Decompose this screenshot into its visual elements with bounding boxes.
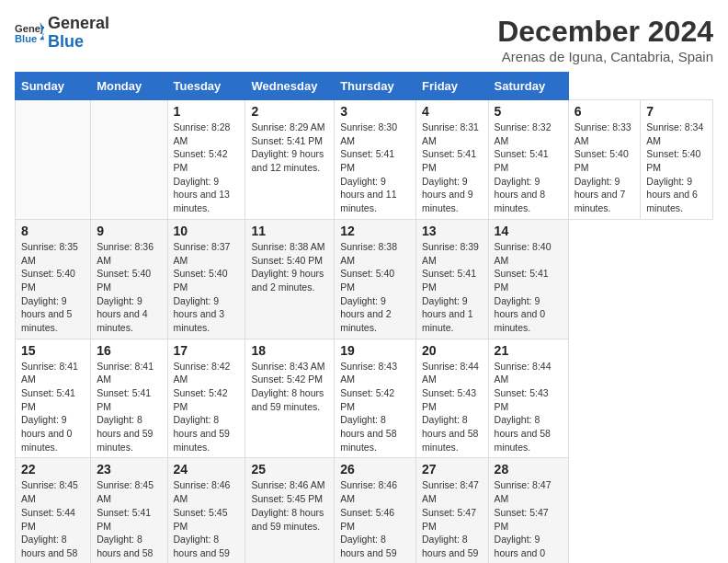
day-number: 21 <box>495 343 563 358</box>
day-number: 25 <box>251 462 328 477</box>
day-info: Sunrise: 8:41 AMSunset: 5:41 PMDaylight:… <box>97 361 154 453</box>
calendar-cell-day-10: 10 Sunrise: 8:37 AMSunset: 5:40 PMDaylig… <box>167 219 245 339</box>
col-tuesday: Tuesday <box>167 73 245 100</box>
day-number: 8 <box>21 224 85 238</box>
col-saturday: Saturday <box>488 73 568 100</box>
title-area: December 2024 Arenas de Iguna, Cantabria… <box>497 15 713 64</box>
calendar-cell-day-8: 8 Sunrise: 8:35 AMSunset: 5:40 PMDayligh… <box>16 219 91 339</box>
day-number: 5 <box>495 104 563 119</box>
calendar-cell-day-17: 17 Sunrise: 8:42 AMSunset: 5:42 PMDaylig… <box>167 339 245 458</box>
day-number: 13 <box>422 224 483 238</box>
col-thursday: Thursday <box>335 73 416 100</box>
location-title: Arenas de Iguna, Cantabria, Spain <box>497 49 713 64</box>
day-number: 23 <box>97 462 161 477</box>
day-info: Sunrise: 8:28 AMSunset: 5:42 PMDaylight:… <box>174 121 231 213</box>
day-number: 18 <box>251 343 328 358</box>
day-info: Sunrise: 8:40 AMSunset: 5:41 PMDaylight:… <box>495 241 552 333</box>
calendar-cell-day-11: 11 Sunrise: 8:38 AMSunset: 5:40 PMDaylig… <box>245 219 335 339</box>
col-monday: Monday <box>91 73 167 100</box>
calendar-cell-day-5: 5 Sunrise: 8:32 AMSunset: 5:41 PMDayligh… <box>488 100 568 220</box>
day-number: 2 <box>251 104 328 119</box>
day-info: Sunrise: 8:42 AMSunset: 5:42 PMDaylight:… <box>174 361 231 453</box>
calendar-cell-day-2: 2 Sunrise: 8:29 AMSunset: 5:41 PMDayligh… <box>245 100 335 220</box>
calendar-cell-day-3: 3 Sunrise: 8:30 AMSunset: 5:41 PMDayligh… <box>335 100 416 220</box>
calendar-cell-day-21: 21 Sunrise: 8:44 AMSunset: 5:43 PMDaylig… <box>488 339 568 458</box>
day-number: 12 <box>340 224 410 238</box>
day-number: 28 <box>495 462 563 477</box>
day-info: Sunrise: 8:30 AMSunset: 5:41 PMDaylight:… <box>340 121 397 213</box>
calendar-cell-day-26: 26 Sunrise: 8:46 AMSunset: 5:46 PMDaylig… <box>335 458 416 563</box>
day-info: Sunrise: 8:32 AMSunset: 5:41 PMDaylight:… <box>495 121 552 213</box>
calendar-row-3: 15 Sunrise: 8:41 AMSunset: 5:41 PMDaylig… <box>16 339 713 458</box>
logo: General Blue General Blue <box>15 15 109 52</box>
day-info: Sunrise: 8:36 AMSunset: 5:40 PMDaylight:… <box>97 241 154 333</box>
calendar-cell-day-12: 12 Sunrise: 8:38 AMSunset: 5:40 PMDaylig… <box>335 219 416 339</box>
day-number: 15 <box>21 343 85 358</box>
day-info: Sunrise: 8:44 AMSunset: 5:43 PMDaylight:… <box>422 361 479 453</box>
day-info: Sunrise: 8:46 AMSunset: 5:46 PMDaylight:… <box>340 479 397 563</box>
day-number: 1 <box>174 104 240 119</box>
day-info: Sunrise: 8:46 AMSunset: 5:45 PMDaylight:… <box>174 479 231 563</box>
day-number: 24 <box>174 462 240 477</box>
calendar-cell-day-22: 22 Sunrise: 8:45 AMSunset: 5:44 PMDaylig… <box>16 458 91 563</box>
day-info: Sunrise: 8:34 AMSunset: 5:40 PMDaylight:… <box>646 121 703 213</box>
day-info: Sunrise: 8:29 AMSunset: 5:41 PMDaylight:… <box>251 121 324 173</box>
day-info: Sunrise: 8:38 AMSunset: 5:40 PMDaylight:… <box>251 241 324 293</box>
day-number: 4 <box>422 104 483 119</box>
col-friday: Friday <box>416 73 489 100</box>
calendar-row-4: 22 Sunrise: 8:45 AMSunset: 5:44 PMDaylig… <box>16 458 713 563</box>
empty-cell <box>16 100 91 220</box>
calendar-cell-day-14: 14 Sunrise: 8:40 AMSunset: 5:41 PMDaylig… <box>488 219 568 339</box>
calendar-cell-day-6: 6 Sunrise: 8:33 AMSunset: 5:40 PMDayligh… <box>568 100 641 220</box>
logo-text: General Blue <box>48 15 109 52</box>
calendar-cell-day-25: 25 Sunrise: 8:46 AMSunset: 5:45 PMDaylig… <box>245 458 335 563</box>
calendar-cell-day-16: 16 Sunrise: 8:41 AMSunset: 5:41 PMDaylig… <box>91 339 167 458</box>
day-number: 7 <box>646 104 707 119</box>
day-info: Sunrise: 8:44 AMSunset: 5:43 PMDaylight:… <box>495 361 552 453</box>
day-number: 22 <box>21 462 85 477</box>
calendar-cell-day-18: 18 Sunrise: 8:43 AMSunset: 5:42 PMDaylig… <box>245 339 335 458</box>
calendar-cell-day-15: 15 Sunrise: 8:41 AMSunset: 5:41 PMDaylig… <box>16 339 91 458</box>
calendar-cell-day-4: 4 Sunrise: 8:31 AMSunset: 5:41 PMDayligh… <box>416 100 489 220</box>
day-number: 3 <box>340 104 410 119</box>
calendar-cell-day-1: 1 Sunrise: 8:28 AMSunset: 5:42 PMDayligh… <box>167 100 245 220</box>
empty-cell <box>91 100 167 220</box>
svg-text:General: General <box>15 23 44 34</box>
calendar-row-1: 1 Sunrise: 8:28 AMSunset: 5:42 PMDayligh… <box>16 100 713 220</box>
col-sunday: Sunday <box>16 73 91 100</box>
logo-icon: General Blue <box>15 20 44 46</box>
day-number: 27 <box>422 462 483 477</box>
calendar-cell-day-24: 24 Sunrise: 8:46 AMSunset: 5:45 PMDaylig… <box>167 458 245 563</box>
day-info: Sunrise: 8:47 AMSunset: 5:47 PMDaylight:… <box>422 479 479 563</box>
calendar-cell-day-20: 20 Sunrise: 8:44 AMSunset: 5:43 PMDaylig… <box>416 339 489 458</box>
day-info: Sunrise: 8:46 AMSunset: 5:45 PMDaylight:… <box>251 479 324 531</box>
day-number: 11 <box>251 224 328 238</box>
page-header: General Blue General Blue December 2024 … <box>15 15 713 64</box>
day-info: Sunrise: 8:31 AMSunset: 5:41 PMDaylight:… <box>422 121 479 213</box>
day-number: 10 <box>174 224 240 238</box>
calendar-cell-day-19: 19 Sunrise: 8:43 AMSunset: 5:42 PMDaylig… <box>335 339 416 458</box>
day-number: 6 <box>574 104 635 119</box>
calendar-cell-day-23: 23 Sunrise: 8:45 AMSunset: 5:41 PMDaylig… <box>91 458 167 563</box>
svg-text:Blue: Blue <box>15 33 37 44</box>
day-number: 14 <box>495 224 563 238</box>
calendar-cell-day-9: 9 Sunrise: 8:36 AMSunset: 5:40 PMDayligh… <box>91 219 167 339</box>
day-number: 19 <box>340 343 410 358</box>
calendar-cell-day-7: 7 Sunrise: 8:34 AMSunset: 5:40 PMDayligh… <box>641 100 713 220</box>
day-info: Sunrise: 8:39 AMSunset: 5:41 PMDaylight:… <box>422 241 479 333</box>
day-number: 16 <box>97 343 161 358</box>
day-info: Sunrise: 8:41 AMSunset: 5:41 PMDaylight:… <box>21 361 78 453</box>
day-info: Sunrise: 8:33 AMSunset: 5:40 PMDaylight:… <box>574 121 631 213</box>
calendar-cell-day-27: 27 Sunrise: 8:47 AMSunset: 5:47 PMDaylig… <box>416 458 489 563</box>
day-number: 20 <box>422 343 483 358</box>
calendar-header-row: Sunday Monday Tuesday Wednesday Thursday… <box>16 73 713 100</box>
calendar-row-2: 8 Sunrise: 8:35 AMSunset: 5:40 PMDayligh… <box>16 219 713 339</box>
day-number: 17 <box>174 343 240 358</box>
calendar-cell-day-13: 13 Sunrise: 8:39 AMSunset: 5:41 PMDaylig… <box>416 219 489 339</box>
calendar-table: Sunday Monday Tuesday Wednesday Thursday… <box>15 72 713 563</box>
day-info: Sunrise: 8:43 AMSunset: 5:42 PMDaylight:… <box>340 361 397 453</box>
day-info: Sunrise: 8:45 AMSunset: 5:44 PMDaylight:… <box>21 479 78 563</box>
calendar-cell-day-28: 28 Sunrise: 8:47 AMSunset: 5:47 PMDaylig… <box>488 458 568 563</box>
col-wednesday: Wednesday <box>245 73 335 100</box>
day-info: Sunrise: 8:38 AMSunset: 5:40 PMDaylight:… <box>340 241 397 333</box>
